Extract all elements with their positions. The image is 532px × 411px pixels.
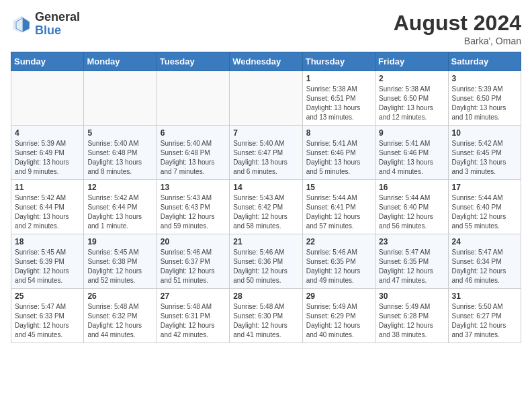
day-info: Sunrise: 5:47 AM Sunset: 6:35 PM Dayligh… (379, 248, 444, 285)
day-number: 31 (452, 291, 517, 301)
day-number: 5 (87, 128, 152, 138)
day-number: 21 (233, 237, 298, 246)
month-year-title: August 2024 (394, 11, 521, 36)
day-info: Sunrise: 5:39 AM Sunset: 6:49 PM Dayligh… (15, 139, 80, 177)
day-number: 10 (452, 128, 517, 138)
day-info: Sunrise: 5:47 AM Sunset: 6:33 PM Dayligh… (15, 302, 80, 340)
day-number: 9 (379, 128, 444, 138)
day-number: 23 (379, 237, 444, 246)
calendar-cell: 29Sunrise: 5:49 AM Sunset: 6:29 PM Dayli… (302, 289, 375, 343)
calendar-cell: 1Sunrise: 5:38 AM Sunset: 6:51 PM Daylig… (302, 71, 375, 126)
day-number: 1 (306, 74, 371, 83)
calendar-week-4: 18Sunrise: 5:45 AM Sunset: 6:39 PM Dayli… (11, 234, 521, 289)
calendar-cell: 26Sunrise: 5:48 AM Sunset: 6:32 PM Dayli… (84, 289, 157, 343)
calendar-table: SundayMondayTuesdayWednesdayThursdayFrid… (11, 52, 521, 343)
day-number: 16 (379, 183, 444, 192)
calendar-cell (11, 71, 84, 126)
day-number: 4 (15, 128, 80, 138)
calendar-week-2: 4Sunrise: 5:39 AM Sunset: 6:49 PM Daylig… (11, 126, 521, 180)
calendar-cell: 25Sunrise: 5:47 AM Sunset: 6:33 PM Dayli… (11, 289, 84, 343)
day-info: Sunrise: 5:42 AM Sunset: 6:45 PM Dayligh… (452, 139, 517, 177)
calendar-cell: 31Sunrise: 5:50 AM Sunset: 6:27 PM Dayli… (448, 289, 521, 343)
logo-blue: Blue (35, 24, 80, 38)
day-number: 29 (306, 291, 371, 301)
header-wednesday: Wednesday (230, 52, 302, 71)
calendar-cell: 2Sunrise: 5:38 AM Sunset: 6:50 PM Daylig… (375, 71, 448, 126)
day-number: 22 (306, 237, 371, 246)
day-number: 19 (87, 237, 152, 246)
day-number: 28 (233, 291, 298, 301)
day-info: Sunrise: 5:46 AM Sunset: 6:36 PM Dayligh… (233, 248, 298, 285)
day-info: Sunrise: 5:50 AM Sunset: 6:27 PM Dayligh… (452, 302, 517, 340)
calendar-week-5: 25Sunrise: 5:47 AM Sunset: 6:33 PM Dayli… (11, 289, 521, 343)
day-info: Sunrise: 5:43 AM Sunset: 6:42 PM Dayligh… (233, 193, 298, 231)
day-info: Sunrise: 5:46 AM Sunset: 6:37 PM Dayligh… (161, 248, 226, 285)
calendar-cell: 15Sunrise: 5:44 AM Sunset: 6:41 PM Dayli… (302, 180, 375, 234)
header-thursday: Thursday (302, 52, 375, 71)
calendar-cell (157, 71, 229, 126)
header-saturday: Saturday (448, 52, 521, 71)
calendar-cell: 6Sunrise: 5:40 AM Sunset: 6:48 PM Daylig… (157, 126, 229, 180)
day-info: Sunrise: 5:48 AM Sunset: 6:30 PM Dayligh… (233, 302, 298, 340)
day-info: Sunrise: 5:39 AM Sunset: 6:50 PM Dayligh… (452, 85, 517, 122)
calendar-cell: 19Sunrise: 5:45 AM Sunset: 6:38 PM Dayli… (84, 234, 157, 289)
day-number: 14 (233, 183, 298, 192)
calendar-cell: 30Sunrise: 5:49 AM Sunset: 6:28 PM Dayli… (375, 289, 448, 343)
calendar-cell: 4Sunrise: 5:39 AM Sunset: 6:49 PM Daylig… (11, 126, 84, 180)
day-info: Sunrise: 5:46 AM Sunset: 6:35 PM Dayligh… (306, 248, 371, 285)
calendar-cell (230, 71, 302, 126)
day-info: Sunrise: 5:44 AM Sunset: 6:40 PM Dayligh… (452, 193, 517, 231)
logo-text: General Blue (35, 11, 80, 38)
calendar-cell: 10Sunrise: 5:42 AM Sunset: 6:45 PM Dayli… (448, 126, 521, 180)
logo-icon (11, 13, 32, 35)
logo: General Blue (11, 11, 80, 38)
day-info: Sunrise: 5:38 AM Sunset: 6:51 PM Dayligh… (306, 85, 371, 122)
day-info: Sunrise: 5:44 AM Sunset: 6:40 PM Dayligh… (379, 193, 444, 231)
day-number: 8 (306, 128, 371, 138)
day-info: Sunrise: 5:38 AM Sunset: 6:50 PM Dayligh… (379, 85, 444, 122)
calendar-cell: 9Sunrise: 5:41 AM Sunset: 6:46 PM Daylig… (375, 126, 448, 180)
calendar-cell (84, 71, 157, 126)
day-number: 7 (233, 128, 298, 138)
header-friday: Friday (375, 52, 448, 71)
calendar-cell: 16Sunrise: 5:44 AM Sunset: 6:40 PM Dayli… (375, 180, 448, 234)
calendar-cell: 13Sunrise: 5:43 AM Sunset: 6:43 PM Dayli… (157, 180, 229, 234)
day-info: Sunrise: 5:44 AM Sunset: 6:41 PM Dayligh… (306, 193, 371, 231)
calendar-cell: 27Sunrise: 5:48 AM Sunset: 6:31 PM Dayli… (157, 289, 229, 343)
calendar-cell: 23Sunrise: 5:47 AM Sunset: 6:35 PM Dayli… (375, 234, 448, 289)
calendar-cell: 20Sunrise: 5:46 AM Sunset: 6:37 PM Dayli… (157, 234, 229, 289)
day-info: Sunrise: 5:45 AM Sunset: 6:38 PM Dayligh… (87, 248, 152, 285)
day-number: 26 (87, 291, 152, 301)
location-subtitle: Barka', Oman (394, 36, 521, 46)
calendar-cell: 11Sunrise: 5:42 AM Sunset: 6:44 PM Dayli… (11, 180, 84, 234)
calendar-header-row: SundayMondayTuesdayWednesdayThursdayFrid… (11, 52, 521, 71)
calendar-cell: 21Sunrise: 5:46 AM Sunset: 6:36 PM Dayli… (230, 234, 302, 289)
day-number: 24 (452, 237, 517, 246)
day-number: 12 (87, 183, 152, 192)
day-number: 11 (15, 183, 80, 192)
title-section: August 2024 Barka', Oman (394, 11, 521, 46)
day-info: Sunrise: 5:41 AM Sunset: 6:46 PM Dayligh… (379, 139, 444, 177)
calendar-cell: 28Sunrise: 5:48 AM Sunset: 6:30 PM Dayli… (230, 289, 302, 343)
day-number: 20 (161, 237, 226, 246)
calendar-cell: 22Sunrise: 5:46 AM Sunset: 6:35 PM Dayli… (302, 234, 375, 289)
calendar-cell: 24Sunrise: 5:47 AM Sunset: 6:34 PM Dayli… (448, 234, 521, 289)
day-info: Sunrise: 5:40 AM Sunset: 6:48 PM Dayligh… (161, 139, 226, 177)
day-number: 25 (15, 291, 80, 301)
day-number: 30 (379, 291, 444, 301)
calendar-cell: 18Sunrise: 5:45 AM Sunset: 6:39 PM Dayli… (11, 234, 84, 289)
day-number: 15 (306, 183, 371, 192)
day-number: 3 (452, 74, 517, 83)
day-info: Sunrise: 5:47 AM Sunset: 6:34 PM Dayligh… (452, 248, 517, 285)
day-info: Sunrise: 5:40 AM Sunset: 6:48 PM Dayligh… (87, 139, 152, 177)
day-info: Sunrise: 5:48 AM Sunset: 6:32 PM Dayligh… (87, 302, 152, 340)
calendar-cell: 5Sunrise: 5:40 AM Sunset: 6:48 PM Daylig… (84, 126, 157, 180)
day-number: 13 (161, 183, 226, 192)
day-number: 17 (452, 183, 517, 192)
logo-general: General (35, 11, 80, 24)
day-info: Sunrise: 5:41 AM Sunset: 6:46 PM Dayligh… (306, 139, 371, 177)
day-info: Sunrise: 5:42 AM Sunset: 6:44 PM Dayligh… (87, 193, 152, 231)
calendar-cell: 17Sunrise: 5:44 AM Sunset: 6:40 PM Dayli… (448, 180, 521, 234)
day-info: Sunrise: 5:48 AM Sunset: 6:31 PM Dayligh… (161, 302, 226, 340)
day-info: Sunrise: 5:49 AM Sunset: 6:28 PM Dayligh… (379, 302, 444, 340)
